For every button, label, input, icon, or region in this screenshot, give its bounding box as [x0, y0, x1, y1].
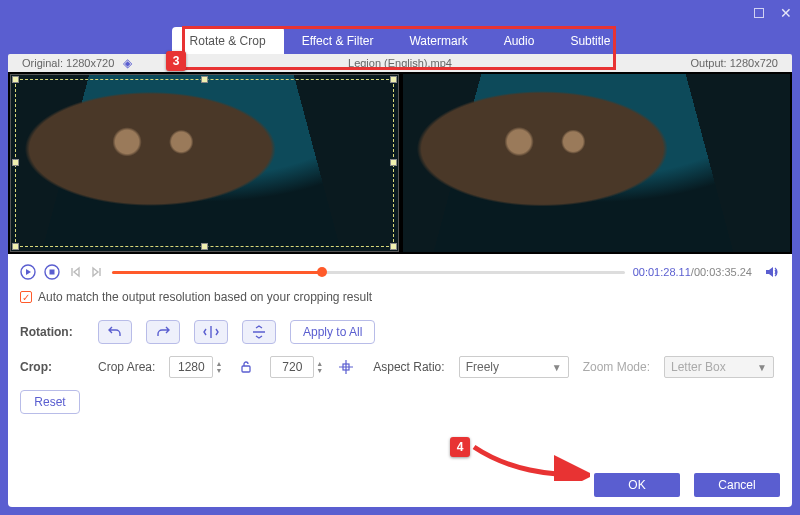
aspect-ratio-value: Freely — [466, 360, 499, 374]
volume-icon[interactable] — [764, 264, 780, 280]
original-resolution-label: Original: 1280x720 — [22, 57, 114, 69]
rotation-label: Rotation: — [20, 325, 84, 339]
tab-rotate-crop[interactable]: Rotate & Crop — [172, 27, 284, 54]
filename-label: Legion (English).mp4 — [172, 57, 628, 69]
crop-area-label: Crop Area: — [98, 360, 155, 374]
next-frame-icon[interactable] — [90, 265, 104, 279]
cancel-button[interactable]: Cancel — [694, 473, 780, 497]
svg-rect-3 — [242, 366, 250, 372]
crop-handle-tm[interactable] — [201, 76, 208, 83]
time-current: 00:01:28.11 — [633, 266, 691, 278]
output-resolution-label: Output: 1280x720 — [628, 57, 778, 69]
original-cycle-icon[interactable]: ◈ — [123, 56, 132, 70]
lock-aspect-icon[interactable] — [240, 360, 252, 374]
callout-step4-arrow — [470, 441, 590, 481]
prev-frame-icon[interactable] — [68, 265, 82, 279]
crop-height-up[interactable]: ▲ — [316, 360, 323, 367]
svg-rect-2 — [50, 270, 55, 275]
crop-width-down[interactable]: ▼ — [215, 367, 222, 374]
apply-to-all-button[interactable]: Apply to All — [290, 320, 375, 344]
crop-handle-br[interactable] — [390, 243, 397, 250]
seek-slider[interactable] — [112, 265, 625, 279]
tab-watermark[interactable]: Watermark — [391, 27, 485, 54]
tab-effect-filter[interactable]: Effect & Filter — [284, 27, 392, 54]
crop-width-up[interactable]: ▲ — [215, 360, 222, 367]
crop-handle-bl[interactable] — [12, 243, 19, 250]
center-crop-icon[interactable] — [337, 358, 359, 376]
file-info-row: Original: 1280x720 ◈ Legion (English).mp… — [8, 54, 792, 72]
zoom-mode-value: Letter Box — [671, 360, 726, 374]
flip-horizontal-button[interactable] — [194, 320, 228, 344]
time-display: 00:01:28.11/00:03:35.24 — [633, 266, 752, 278]
tab-audio[interactable]: Audio — [486, 27, 553, 54]
play-icon[interactable] — [20, 264, 36, 280]
crop-handle-ml[interactable] — [12, 159, 19, 166]
tab-subtitle[interactable]: Subtitle — [552, 27, 628, 54]
crop-label: Crop: — [20, 360, 84, 374]
window-maximize-icon[interactable] — [754, 6, 764, 20]
callout-step3-badge: 3 — [166, 51, 186, 71]
crop-handle-bm[interactable] — [201, 243, 208, 250]
editor-tabs: Rotate & Crop Effect & Filter Watermark … — [172, 26, 629, 54]
crop-handle-tl[interactable] — [12, 76, 19, 83]
automatch-checkbox[interactable]: ✓ — [20, 291, 32, 303]
aspect-ratio-select[interactable]: Freely▼ — [459, 356, 569, 378]
stop-icon[interactable] — [44, 264, 60, 280]
time-duration: 00:03:35.24 — [694, 266, 752, 278]
rotate-ccw-button[interactable] — [98, 320, 132, 344]
crop-selection[interactable] — [15, 79, 394, 247]
zoom-mode-select: Letter Box▼ — [664, 356, 774, 378]
crop-height-input[interactable] — [270, 356, 314, 378]
reset-button[interactable]: Reset — [20, 390, 80, 414]
crop-width-input[interactable] — [169, 356, 213, 378]
crop-height-down[interactable]: ▼ — [316, 367, 323, 374]
crop-handle-tr[interactable] — [390, 76, 397, 83]
zoom-mode-label: Zoom Mode: — [583, 360, 650, 374]
source-preview[interactable] — [10, 74, 399, 252]
callout-step4-badge: 4 — [450, 437, 470, 457]
aspect-ratio-label: Aspect Ratio: — [373, 360, 444, 374]
flip-vertical-button[interactable] — [242, 320, 276, 344]
rotate-cw-button[interactable] — [146, 320, 180, 344]
automatch-label: Auto match the output resolution based o… — [38, 290, 372, 304]
window-close-icon[interactable]: ✕ — [780, 6, 792, 20]
crop-handle-mr[interactable] — [390, 159, 397, 166]
ok-button[interactable]: OK — [594, 473, 680, 497]
output-preview — [403, 74, 790, 252]
